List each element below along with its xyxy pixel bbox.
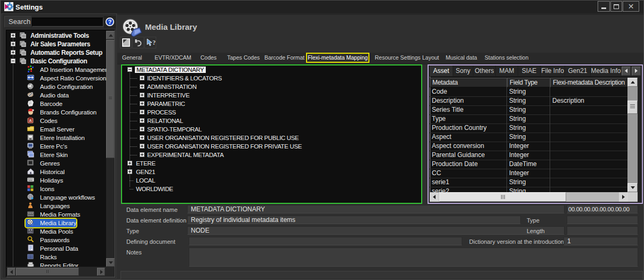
svg-text:A: A [29,119,32,122]
svg-text:?: ? [108,19,112,25]
svg-text:?: ? [152,39,156,46]
